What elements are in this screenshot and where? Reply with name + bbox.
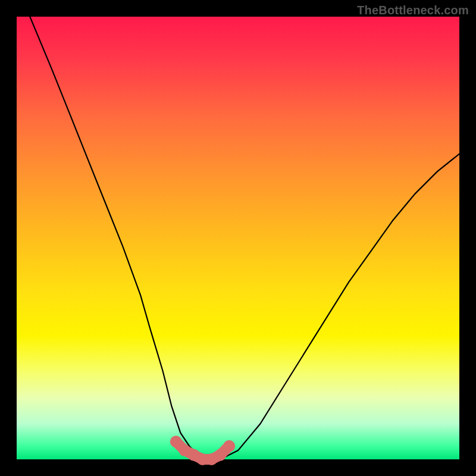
watermark-text: TheBottleneck.com [357, 4, 469, 17]
chart-svg [17, 17, 459, 459]
optimal-dot [214, 449, 226, 461]
plot-area [17, 17, 459, 459]
bottleneck-curve [30, 17, 459, 459]
optimal-band-dots [170, 436, 235, 465]
chart-frame: TheBottleneck.com [0, 0, 476, 476]
optimal-dot [223, 440, 235, 452]
optimal-dot [170, 436, 182, 447]
